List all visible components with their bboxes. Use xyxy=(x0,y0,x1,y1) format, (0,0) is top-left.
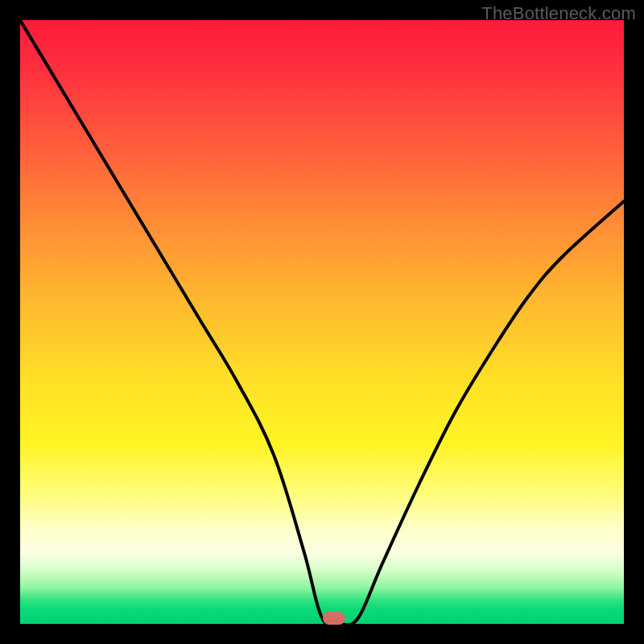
chart-plot-area xyxy=(20,20,624,624)
bottleneck-curve xyxy=(20,20,624,624)
optimal-point-marker xyxy=(323,612,345,625)
watermark-label: TheBottleneck.com xyxy=(481,3,636,24)
